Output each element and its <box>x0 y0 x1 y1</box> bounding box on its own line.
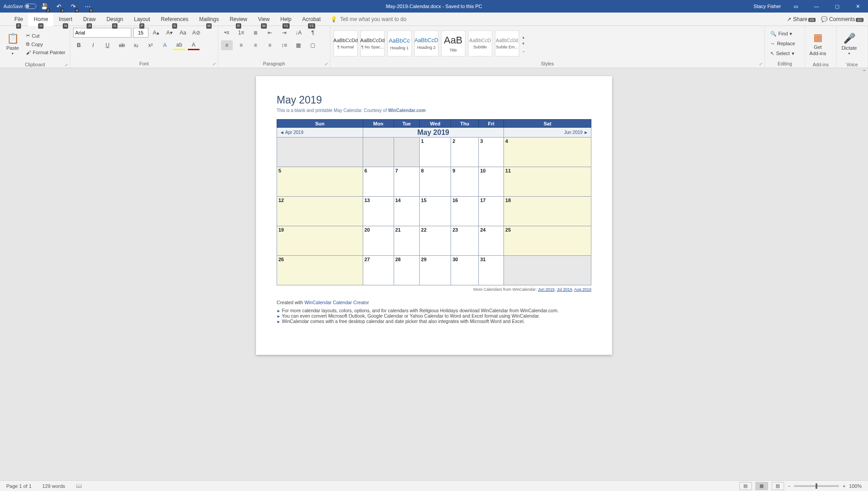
show-marks-icon[interactable]: ¶ <box>307 28 319 38</box>
tab-references[interactable]: ReferencesS <box>156 13 194 26</box>
shrink-font-icon[interactable]: A▾ <box>164 28 175 38</box>
tab-review[interactable]: ReviewR <box>224 13 252 26</box>
calendar-cell[interactable]: 22 <box>420 226 451 256</box>
calendar-cell[interactable]: 25 <box>504 226 591 256</box>
text-effects-icon[interactable]: A <box>159 40 171 50</box>
style-heading1[interactable]: AaBbCcHeading 1 <box>387 30 412 56</box>
maximize-icon[interactable]: ▢ <box>827 0 847 13</box>
web-layout-icon[interactable]: ▨ <box>772 482 784 490</box>
calendar-cell[interactable]: 21 <box>394 226 420 256</box>
zoom-in-icon[interactable]: + <box>842 483 845 489</box>
word-count[interactable]: 129 words <box>42 483 65 489</box>
replace-button[interactable]: ↔Replace <box>770 39 795 48</box>
justify-icon[interactable]: ≡ <box>264 40 276 50</box>
styles-gallery[interactable]: AaBbCcDd¶ NormalAaBbCcDd¶ No Spac...AaBb… <box>330 26 764 61</box>
copy-button[interactable]: ⧉Copy <box>24 40 67 48</box>
grow-font-icon[interactable]: A▴ <box>150 28 162 38</box>
calendar-cell[interactable] <box>363 138 394 167</box>
calendar-cell[interactable]: 17 <box>478 197 503 226</box>
document-area[interactable]: May 2019 This is a blank and printable M… <box>5 68 863 478</box>
redo-icon[interactable]: ↷4 <box>67 1 79 12</box>
borders-icon[interactable]: ▢ <box>307 40 319 50</box>
style-title[interactable]: AaBTitle <box>441 30 465 56</box>
calendar-cell[interactable] <box>504 256 591 285</box>
align-right-icon[interactable]: ≡ <box>250 40 261 50</box>
undo-icon[interactable]: ↶3 <box>52 1 65 12</box>
calendar-cell[interactable]: 31 <box>478 256 503 285</box>
decrease-indent-icon[interactable]: ⇤ <box>264 28 276 38</box>
creator-link[interactable]: WinCalendar Calendar Creator <box>304 300 369 305</box>
calendar-cell[interactable]: 8 <box>420 167 451 197</box>
italic-button[interactable]: I <box>87 40 99 50</box>
print-layout-icon[interactable]: ▦ <box>755 482 768 490</box>
multilevel-icon[interactable]: ≣ <box>250 28 261 38</box>
get-addins-button[interactable]: ▦ GetAdd-ins <box>808 28 828 60</box>
style-subtleem[interactable]: AaBbCcDdSubtle Em... <box>495 30 519 56</box>
calendar-cell[interactable]: 2 <box>451 138 479 167</box>
calendar-cell[interactable]: 7 <box>394 167 420 197</box>
find-button[interactable]: 🔍Find ▾ <box>770 29 795 38</box>
spellcheck-icon[interactable]: 📖 <box>76 483 82 489</box>
calendar-cell[interactable]: 24 <box>478 226 503 256</box>
calendar-cell[interactable]: 18 <box>504 197 591 226</box>
subscript-button[interactable]: x₂ <box>130 40 142 50</box>
paste-button[interactable]: 📋 Paste▾ <box>3 28 22 60</box>
highlight-icon[interactable]: ab <box>174 40 185 50</box>
tab-insert[interactable]: InsertN <box>53 13 78 26</box>
month-link[interactable]: Aug 2019 <box>574 287 591 292</box>
calendar-cell[interactable] <box>394 138 420 167</box>
calendar-cell[interactable]: 1 <box>420 138 451 167</box>
style-nospac[interactable]: AaBbCcDd¶ No Spac... <box>360 30 385 56</box>
dialog-launcher-icon[interactable]: ⤢ <box>65 63 68 67</box>
tab-acrobat[interactable]: AcrobatY2 <box>297 13 326 26</box>
styles-more-icon[interactable]: ▴▾⎯ <box>522 35 529 52</box>
page-number[interactable]: Page 1 of 1 <box>6 483 31 489</box>
change-case-icon[interactable]: Aa <box>177 28 189 38</box>
superscript-button[interactable]: x² <box>145 40 156 50</box>
tab-view[interactable]: ViewW <box>253 13 275 26</box>
cut-button[interactable]: ✂Cut <box>24 32 67 39</box>
save-icon[interactable]: 💾2 <box>38 1 51 12</box>
calendar-cell[interactable]: 28 <box>394 256 420 285</box>
tab-file[interactable]: FileF <box>9 13 28 26</box>
bullets-icon[interactable]: •≡ <box>221 28 233 38</box>
font-size-select[interactable]: 15 <box>133 28 148 38</box>
calendar-cell[interactable]: 19 <box>277 226 363 256</box>
share-button[interactable]: ↗ ShareZS <box>787 16 816 22</box>
shading-icon[interactable]: ▦ <box>293 40 304 50</box>
comments-button[interactable]: 💬 CommentsZC <box>821 16 864 22</box>
tab-draw[interactable]: DrawJI <box>78 13 101 26</box>
calendar-cell[interactable]: 26 <box>277 256 363 285</box>
tab-help[interactable]: HelpY1 <box>275 13 297 26</box>
ribbon-display-icon[interactable]: ▭ <box>786 0 806 13</box>
calendar-cell[interactable]: 14 <box>394 197 420 226</box>
line-spacing-icon[interactable]: ↕≡ <box>278 40 290 50</box>
calendar-cell[interactable]: 13 <box>363 197 394 226</box>
style-subtitle[interactable]: AaBbCcDSubtitle <box>468 30 492 56</box>
strikethrough-button[interactable]: ab <box>116 40 128 50</box>
calendar-cell[interactable]: 16 <box>451 197 479 226</box>
calendar-cell[interactable]: 5 <box>277 167 363 197</box>
prev-month-link[interactable]: ◄ Apr 2019 <box>277 128 363 138</box>
calendar-cell[interactable]: 15 <box>420 197 451 226</box>
collapse-ribbon-icon[interactable]: ⌃ <box>862 69 866 75</box>
font-color-icon[interactable]: A <box>188 40 200 50</box>
zoom-slider[interactable] <box>794 485 839 487</box>
format-painter-button[interactable]: 🖌Format Painter <box>24 49 67 56</box>
style-heading2[interactable]: AaBbCcDHeading 2 <box>414 30 438 56</box>
calendar-cell[interactable]: 27 <box>363 256 394 285</box>
tab-mailings[interactable]: MailingsM <box>194 13 224 26</box>
style-normal[interactable]: AaBbCcDd¶ Normal <box>334 30 358 56</box>
align-left-icon[interactable]: ≡ <box>221 40 233 50</box>
calendar-cell[interactable]: 10 <box>478 167 503 197</box>
calendar-cell[interactable]: 6 <box>363 167 394 197</box>
tab-design[interactable]: DesignG <box>101 13 128 26</box>
numbering-icon[interactable]: 1≡ <box>235 28 247 38</box>
sort-icon[interactable]: ↓A <box>293 28 304 38</box>
autosave-toggle[interactable]: AutoSave <box>4 4 36 9</box>
bold-button[interactable]: B <box>73 40 85 50</box>
calendar-cell[interactable]: 11 <box>504 167 591 197</box>
tell-me-search[interactable]: 💡Tell me what you want to do <box>330 13 406 26</box>
close-icon[interactable]: ✕ <box>847 0 868 13</box>
user-name[interactable]: Stacy Fisher <box>749 4 786 9</box>
